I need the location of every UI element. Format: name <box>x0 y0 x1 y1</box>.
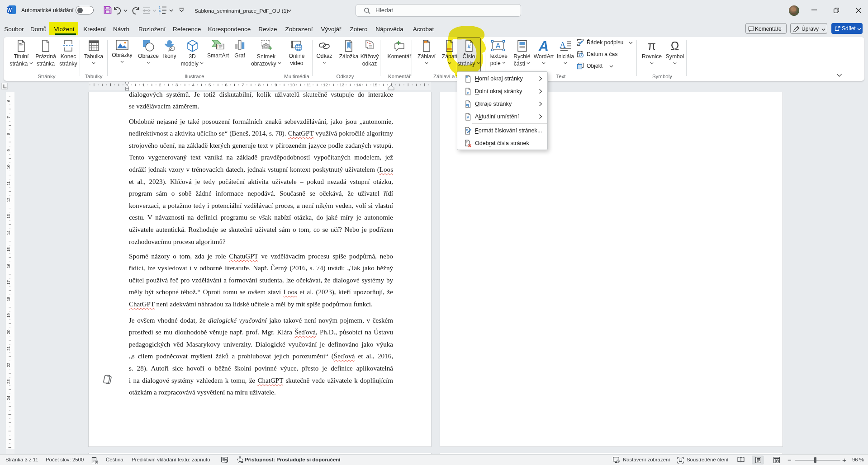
svg-text:11: 11 <box>307 82 311 87</box>
svg-text:21: 21 <box>6 346 11 351</box>
svg-text:23: 23 <box>6 379 11 384</box>
svg-text:15: 15 <box>6 247 11 252</box>
svg-text:10: 10 <box>290 82 295 87</box>
svg-text:24: 24 <box>6 396 11 400</box>
svg-text:a: a <box>159 9 161 12</box>
svg-text:#|: #| <box>466 103 469 107</box>
svg-text:15: 15 <box>373 82 378 87</box>
svg-text:i: i <box>159 12 160 15</box>
svg-text:13: 13 <box>6 214 11 219</box>
svg-text:W: W <box>7 7 12 13</box>
svg-text:22: 22 <box>6 363 11 367</box>
svg-text:8: 8 <box>258 82 261 87</box>
svg-text:#: # <box>467 43 471 50</box>
svg-text:19: 19 <box>6 313 11 318</box>
svg-text:18: 18 <box>6 296 11 301</box>
svg-text:8: 8 <box>6 133 11 135</box>
svg-text:16: 16 <box>6 263 11 268</box>
svg-text:4: 4 <box>192 82 194 87</box>
svg-text:10: 10 <box>6 164 11 169</box>
svg-text:Ω: Ω <box>671 40 679 52</box>
svg-text:6: 6 <box>225 82 228 87</box>
svg-text:5: 5 <box>209 82 211 87</box>
svg-text:π: π <box>648 40 656 52</box>
svg-text:1: 1 <box>159 6 161 9</box>
svg-text:2: 2 <box>159 82 161 87</box>
svg-text:20: 20 <box>6 330 11 334</box>
svg-text:A: A <box>496 42 501 50</box>
svg-text:12: 12 <box>6 197 11 202</box>
svg-text:13: 13 <box>340 82 345 87</box>
svg-text:1: 1 <box>142 82 145 87</box>
svg-text:A: A <box>560 40 566 50</box>
svg-text:7: 7 <box>242 82 244 87</box>
svg-text:9: 9 <box>275 82 277 87</box>
svg-text:9: 9 <box>6 149 11 151</box>
svg-text:14: 14 <box>356 82 361 87</box>
svg-text:14: 14 <box>6 230 11 235</box>
svg-text:A: A <box>538 40 549 52</box>
svg-text:11: 11 <box>6 181 11 185</box>
svg-text:12: 12 <box>323 82 328 87</box>
svg-text:7: 7 <box>6 116 11 118</box>
svg-text:6: 6 <box>6 99 11 102</box>
svg-text:3: 3 <box>175 82 178 87</box>
svg-text:17: 17 <box>6 280 11 285</box>
